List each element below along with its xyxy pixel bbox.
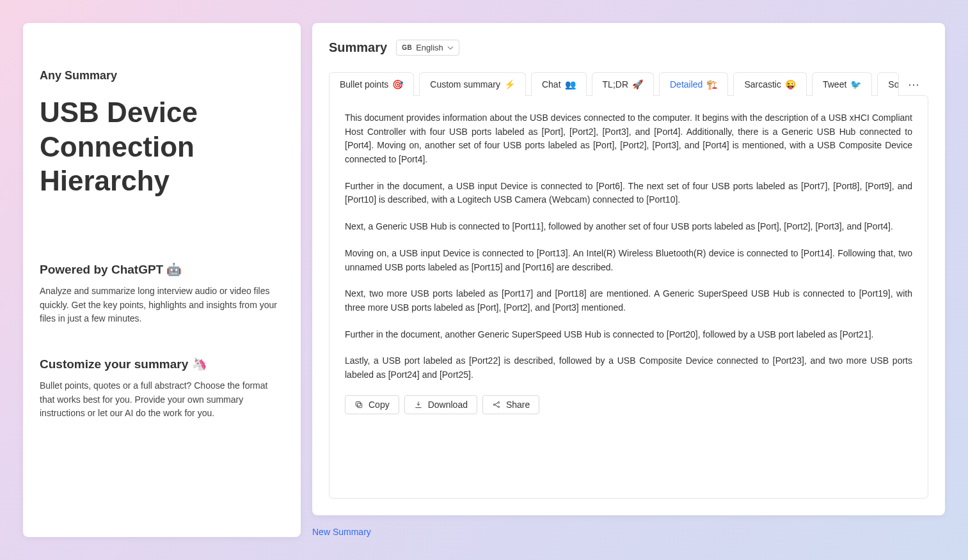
summary-card: Summary GB English Bullet points 🎯 Custo… <box>312 23 945 515</box>
flag-icon: GB <box>402 44 412 51</box>
info-sidebar: Any Summary USB Device Connection Hierar… <box>23 23 301 537</box>
share-label: Share <box>506 400 530 410</box>
copy-icon <box>354 400 363 409</box>
copy-button[interactable]: Copy <box>345 395 399 414</box>
tab-label: Tweet <box>823 79 846 89</box>
tab-label: Custom summary <box>430 79 500 89</box>
wink-icon: 😜 <box>785 79 796 89</box>
chevron-down-icon <box>447 45 454 51</box>
svg-rect-1 <box>356 401 360 406</box>
bird-icon: 🐦 <box>850 79 861 89</box>
customize-heading: Customize your summary 🦄 <box>40 357 284 371</box>
summary-content: This document provides information about… <box>329 95 928 499</box>
tab-sarcastic[interactable]: Sarcastic 😜 <box>733 72 807 96</box>
tab-label: Chat <box>542 79 561 89</box>
bolt-icon: ⚡ <box>504 79 515 89</box>
copy-label: Copy <box>369 400 390 410</box>
tab-partial[interactable]: So <box>877 72 899 96</box>
download-label: Download <box>428 400 468 410</box>
tab-label: Detailed <box>670 79 702 89</box>
tab-bullet-points[interactable]: Bullet points 🎯 <box>329 72 414 96</box>
action-buttons: Copy Download Share <box>345 395 912 414</box>
powered-by-text: Analyze and summarize long interview aud… <box>40 284 284 326</box>
summary-paragraph: Next, a Generic USB Hub is connected to … <box>345 220 912 234</box>
summary-paragraph: Further in the document, a USB input Dev… <box>345 180 912 207</box>
tab-label: Sarcastic <box>744 79 781 89</box>
share-button[interactable]: Share <box>482 395 539 414</box>
tab-tweet[interactable]: Tweet 🐦 <box>812 72 872 96</box>
tab-tldr[interactable]: TL;DR 🚀 <box>592 72 654 96</box>
svg-point-3 <box>498 401 499 403</box>
summary-paragraph: Lastly, a USB port labeled as [Port22] i… <box>345 354 912 382</box>
svg-point-2 <box>493 403 495 405</box>
powered-by-heading: Powered by ChatGPT 🤖 <box>40 262 284 277</box>
tab-chat[interactable]: Chat 👥 <box>531 72 587 96</box>
tab-label: TL;DR <box>603 79 628 89</box>
svg-point-4 <box>498 406 499 407</box>
language-label: English <box>416 43 443 52</box>
customize-text: Bullet points, quotes or a full abstract… <box>40 379 284 421</box>
target-icon: 🎯 <box>392 79 403 89</box>
svg-rect-0 <box>358 403 362 407</box>
new-summary-link[interactable]: New Summary <box>312 527 945 537</box>
rocket-icon: 🚀 <box>632 79 643 89</box>
building-icon: 🏗️ <box>706 79 717 89</box>
download-icon <box>414 400 423 409</box>
summary-paragraph: This document provides information about… <box>345 111 912 167</box>
main-panel: Summary GB English Bullet points 🎯 Custo… <box>312 23 945 537</box>
more-tabs-button[interactable]: ⋯ <box>904 77 923 91</box>
tabs-row: Bullet points 🎯 Custom summary ⚡ Chat 👥 … <box>329 72 928 96</box>
tab-label: Bullet points <box>340 79 388 89</box>
language-selector[interactable]: GB English <box>396 40 459 56</box>
summary-paragraph: Further in the document, another Generic… <box>345 328 912 342</box>
tab-custom-summary[interactable]: Custom summary ⚡ <box>419 72 526 96</box>
tab-detailed[interactable]: Detailed 🏗️ <box>659 72 728 96</box>
summary-paragraph: Next, two more USB ports labeled as [Por… <box>345 287 912 315</box>
document-title: USB Device Connection Hierarchy <box>40 95 284 198</box>
download-button[interactable]: Download <box>404 395 477 414</box>
share-icon <box>492 400 501 409</box>
tab-label: So <box>888 79 899 89</box>
summary-heading: Summary <box>329 40 387 55</box>
summary-header: Summary GB English <box>329 40 928 56</box>
brand-name: Any Summary <box>40 69 284 82</box>
summary-paragraph: Moving on, a USB input Device is connect… <box>345 247 912 274</box>
people-icon: 👥 <box>565 79 576 89</box>
